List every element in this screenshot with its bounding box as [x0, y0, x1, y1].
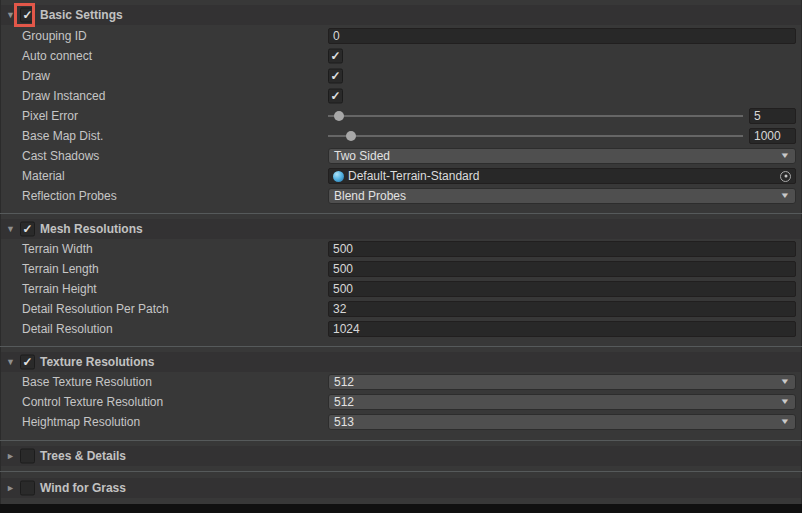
field-label: Detail Resolution: [22, 322, 113, 336]
field-label: Control Texture Resolution: [22, 395, 163, 409]
row-reflection-probes: Reflection Probes Blend Probes ▼: [1, 186, 801, 206]
detail-resolution-per-patch-input[interactable]: 32: [328, 301, 796, 317]
terrain-width-input[interactable]: 500: [328, 241, 796, 257]
row-detail-resolution-per-patch: Detail Resolution Per Patch 32: [1, 299, 801, 319]
field-label: Detail Resolution Per Patch: [22, 302, 169, 316]
dropdown-value: 512: [334, 395, 354, 409]
checkmark-icon: ✓: [330, 70, 340, 82]
detail-resolution-input[interactable]: 1024: [328, 321, 796, 337]
section-separator: [0, 346, 802, 347]
annotation-highlight: [14, 3, 35, 27]
section-header-trees-details[interactable]: ► Trees & Details: [1, 446, 801, 466]
section-title: Mesh Resolutions: [40, 222, 143, 236]
dropdown-value: 513: [334, 415, 354, 429]
row-draw: Draw ✓: [1, 66, 801, 86]
section-header-mesh-resolutions[interactable]: ▼ ✓ Mesh Resolutions: [1, 219, 801, 239]
foldout-open-icon[interactable]: ▼: [4, 357, 17, 367]
basic-settings-rows: Grouping ID 0 Auto connect ✓ Draw ✓ Draw…: [1, 26, 801, 206]
section-enabled-checkbox[interactable]: ✓: [20, 222, 35, 237]
field-value: 500: [333, 282, 353, 296]
section-header-texture-resolutions[interactable]: ▼ ✓ Texture Resolutions: [1, 352, 801, 372]
field-label: Draw Instanced: [22, 89, 105, 103]
dropdown-value: Blend Probes: [334, 189, 406, 203]
base-map-dist-value-input[interactable]: 1000: [749, 128, 796, 144]
object-picker-icon[interactable]: [780, 171, 791, 182]
section-separator: [0, 440, 802, 441]
section-separator: [0, 471, 802, 472]
terrain-length-input[interactable]: 500: [328, 261, 796, 277]
dropdown-arrow-icon: ▼: [780, 192, 791, 200]
field-label: Terrain Length: [22, 262, 99, 276]
row-terrain-length: Terrain Length 500: [1, 259, 801, 279]
row-terrain-width: Terrain Width 500: [1, 239, 801, 259]
row-draw-instanced: Draw Instanced ✓: [1, 86, 801, 106]
heightmap-resolution-dropdown[interactable]: 513 ▼: [328, 414, 796, 430]
field-label: Reflection Probes: [22, 189, 117, 203]
row-pixel-error: Pixel Error 5: [1, 106, 801, 126]
row-detail-resolution: Detail Resolution 1024: [1, 319, 801, 339]
pixel-error-value-input[interactable]: 5: [749, 108, 796, 124]
section-header-wind-for-grass[interactable]: ► Wind for Grass: [1, 478, 801, 498]
field-value: 5: [754, 109, 761, 123]
texture-resolutions-rows: Base Texture Resolution 512 ▼ Control Te…: [1, 372, 801, 432]
reflection-probes-dropdown[interactable]: Blend Probes ▼: [328, 188, 796, 204]
row-grouping-id: Grouping ID 0: [1, 26, 801, 46]
foldout-closed-icon[interactable]: ►: [4, 483, 17, 493]
foldout-open-icon[interactable]: ▼: [4, 224, 17, 234]
slider-track[interactable]: [328, 115, 743, 117]
field-value: 1024: [333, 322, 360, 336]
terrain-height-input[interactable]: 500: [328, 281, 796, 297]
dropdown-arrow-icon: ▼: [780, 418, 791, 426]
section-header-basic-settings[interactable]: ▼ ✓ Basic Settings: [1, 5, 801, 25]
dropdown-value: Two Sided: [334, 149, 390, 163]
field-label: Auto connect: [22, 49, 92, 63]
field-label: Cast Shadows: [22, 149, 99, 163]
checkmark-icon: ✓: [22, 356, 32, 368]
slider-handle[interactable]: [334, 111, 344, 121]
field-label: Draw: [22, 69, 50, 83]
object-value: Default-Terrain-Standard: [348, 169, 479, 183]
foldout-closed-icon[interactable]: ►: [4, 451, 17, 461]
field-label: Terrain Width: [22, 242, 93, 256]
section-enabled-checkbox[interactable]: [20, 449, 35, 464]
material-object-field[interactable]: Default-Terrain-Standard: [328, 168, 796, 184]
checkmark-icon: ✓: [22, 223, 32, 235]
section-title: Texture Resolutions: [40, 355, 154, 369]
checkmark-icon: ✓: [330, 50, 340, 62]
section-enabled-checkbox[interactable]: ✓: [20, 355, 35, 370]
terrain-inspector-panel: ▼ ✓ Basic Settings Grouping ID 0 Auto co…: [0, 0, 802, 513]
cast-shadows-dropdown[interactable]: Two Sided ▼: [328, 148, 796, 164]
field-value: 1000: [754, 129, 781, 143]
row-cast-shadows: Cast Shadows Two Sided ▼: [1, 146, 801, 166]
base-texture-resolution-dropdown[interactable]: 512 ▼: [328, 374, 796, 390]
field-label: Terrain Height: [22, 282, 97, 296]
auto-connect-checkbox[interactable]: ✓: [328, 49, 343, 64]
section-title: Wind for Grass: [40, 481, 126, 495]
row-base-map-dist: Base Map Dist. 1000: [1, 126, 801, 146]
dropdown-arrow-icon: ▼: [780, 398, 791, 406]
row-material: Material Default-Terrain-Standard: [1, 166, 801, 186]
dropdown-value: 512: [334, 375, 354, 389]
section-separator: [0, 213, 802, 214]
slider-handle[interactable]: [346, 131, 356, 141]
section-title: Basic Settings: [40, 8, 123, 22]
mesh-resolutions-rows: Terrain Width 500 Terrain Length 500 Ter…: [1, 239, 801, 339]
field-label: Material: [22, 169, 65, 183]
base-map-dist-slider: 1000: [328, 128, 796, 144]
field-label: Base Map Dist.: [22, 129, 103, 143]
grouping-id-input[interactable]: 0: [328, 28, 796, 44]
field-value: 0: [333, 29, 340, 43]
material-sphere-icon: [333, 171, 344, 182]
section-enabled-checkbox[interactable]: [20, 481, 35, 496]
draw-instanced-checkbox[interactable]: ✓: [328, 89, 343, 104]
row-heightmap-resolution: Heightmap Resolution 513 ▼: [1, 412, 801, 432]
slider-track[interactable]: [328, 135, 743, 137]
field-label: Grouping ID: [22, 29, 87, 43]
field-value: 500: [333, 242, 353, 256]
field-label: Heightmap Resolution: [22, 415, 140, 429]
row-terrain-height: Terrain Height 500: [1, 279, 801, 299]
draw-checkbox[interactable]: ✓: [328, 69, 343, 84]
control-texture-resolution-dropdown[interactable]: 512 ▼: [328, 394, 796, 410]
field-label: Base Texture Resolution: [22, 375, 152, 389]
field-value: 500: [333, 262, 353, 276]
